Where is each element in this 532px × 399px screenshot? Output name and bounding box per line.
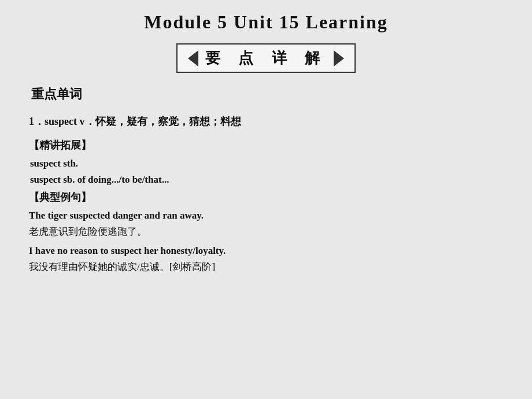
page-title: Module 5 Unit 15 Learning bbox=[29, 12, 503, 33]
section-label: 重点单词 bbox=[29, 86, 503, 103]
page-container: Module 5 Unit 15 Learning 要 点 详 解 重点单词 1… bbox=[0, 0, 532, 399]
expansion-tag: 【精讲拓展】 bbox=[29, 138, 503, 152]
banner-arrow-left-icon bbox=[188, 50, 198, 66]
example-2-en: I have no reason to suspect her honesty/… bbox=[29, 245, 503, 257]
example-1-en: The tiger suspected danger and ran away. bbox=[29, 210, 503, 221]
example-tag: 【典型例句】 bbox=[29, 190, 503, 204]
example-1-cn: 老虎意识到危险便逃跑了。 bbox=[29, 225, 503, 238]
usage-line-2: suspect sb. of doing.../to be/that... bbox=[29, 174, 503, 186]
usage-line-1: suspect sth. bbox=[29, 158, 503, 169]
banner-box: 要 点 详 解 bbox=[176, 43, 356, 73]
banner-section: 要 点 详 解 bbox=[29, 43, 503, 73]
banner-text: 要 点 详 解 bbox=[205, 48, 327, 68]
example-2-cn: 我没有理由怀疑她的诚实/忠诚。[剑桥高阶] bbox=[29, 260, 503, 274]
banner-arrow-right-icon bbox=[334, 50, 344, 66]
word-entry-1: 1．suspect v．怀疑，疑有，察觉，猜想；料想 bbox=[29, 113, 503, 130]
